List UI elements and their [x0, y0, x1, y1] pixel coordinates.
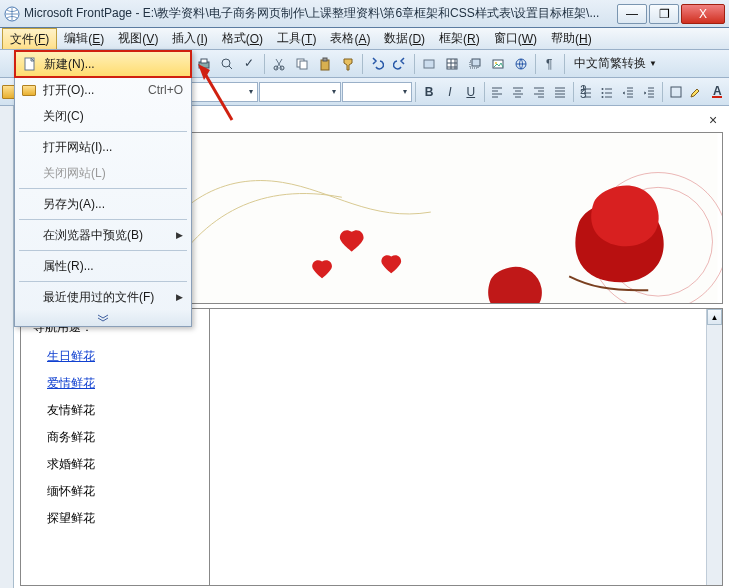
italic-button[interactable]: I — [440, 81, 460, 103]
size-combo[interactable]: ▾ — [342, 82, 412, 102]
menu-expand-chevron[interactable] — [15, 310, 191, 326]
show-all-icon[interactable]: ¶ — [539, 53, 561, 75]
svg-text:3: 3 — [580, 87, 587, 99]
window-title: Microsoft FrontPage - E:\教学资料\电子商务网页制作\上… — [24, 5, 615, 22]
menu-view[interactable]: 视图(V) — [111, 28, 165, 49]
menu-new[interactable]: 新建(N)... — [14, 50, 192, 78]
menu-properties[interactable]: 属性(R)... — [15, 253, 191, 279]
menu-open-site[interactable]: 打开网站(I)... — [15, 134, 191, 160]
svg-point-5 — [274, 66, 278, 70]
menu-close-site: 关闭网站(L) — [15, 160, 191, 186]
left-gutter — [0, 106, 14, 588]
font-color-icon[interactable]: A — [707, 81, 727, 103]
outdent-icon[interactable] — [618, 81, 638, 103]
layer-icon[interactable] — [464, 53, 486, 75]
menu-help[interactable]: 帮助(H) — [544, 28, 599, 49]
web-component-icon[interactable] — [418, 53, 440, 75]
svg-rect-27 — [712, 96, 722, 98]
highlight-icon[interactable] — [686, 81, 706, 103]
svg-rect-14 — [472, 59, 480, 66]
nav-text-visit: 探望鲜花 — [47, 510, 183, 527]
vertical-scrollbar[interactable]: ▲ — [706, 309, 722, 585]
table-icon[interactable] — [441, 53, 463, 75]
svg-rect-25 — [671, 87, 681, 97]
svg-rect-8 — [300, 61, 307, 69]
nav-text-memorial: 缅怀鲜花 — [47, 483, 183, 500]
undo-icon[interactable] — [366, 53, 388, 75]
menu-file[interactable]: 文件(F) — [2, 28, 57, 49]
align-right-icon[interactable] — [529, 81, 549, 103]
nav-text-business: 商务鲜花 — [47, 429, 183, 446]
menu-recent-files[interactable]: 最近使用过的文件(F)▶ — [15, 284, 191, 310]
font-combo[interactable]: ▾ — [259, 82, 341, 102]
new-doc-icon — [22, 56, 38, 72]
menu-tools[interactable]: 工具(T) — [270, 28, 323, 49]
bold-button[interactable]: B — [419, 81, 439, 103]
svg-point-24 — [602, 96, 604, 98]
menu-window[interactable]: 窗口(W) — [487, 28, 544, 49]
nav-frame[interactable]: 导航用途： 生日鲜花 爱情鲜花 友情鲜花 商务鲜花 求婚鲜花 缅怀鲜花 探望鲜花 — [20, 308, 210, 586]
svg-point-22 — [602, 88, 604, 90]
underline-button[interactable]: U — [461, 81, 481, 103]
file-menu-dropdown: 新建(N)... 打开(O)... Ctrl+O 关闭(C) 打开网站(I)..… — [14, 50, 192, 327]
nav-text-friendship: 友情鲜花 — [47, 402, 183, 419]
menu-preview-browser[interactable]: 在浏览器中预览(B)▶ — [15, 222, 191, 248]
window-controls: — ❐ X — [615, 4, 725, 24]
paste-icon[interactable] — [314, 53, 336, 75]
hyperlink-icon[interactable] — [510, 53, 532, 75]
svg-point-23 — [602, 92, 604, 94]
indent-icon[interactable] — [639, 81, 659, 103]
main-frame[interactable]: ▲ — [210, 308, 723, 586]
close-button[interactable]: X — [681, 4, 725, 24]
app-icon — [4, 6, 20, 22]
minimize-button[interactable]: — — [617, 4, 647, 24]
svg-rect-10 — [323, 58, 327, 61]
borders-icon[interactable] — [666, 81, 686, 103]
nav-link-birthday[interactable]: 生日鲜花 — [47, 348, 183, 365]
align-center-icon[interactable] — [508, 81, 528, 103]
preview-icon[interactable] — [216, 53, 238, 75]
cn-convert-button[interactable]: 中文简繁转换 ▼ — [568, 53, 663, 75]
format-painter-icon[interactable] — [337, 53, 359, 75]
copy-icon[interactable] — [291, 53, 313, 75]
menu-table[interactable]: 表格(A) — [323, 28, 377, 49]
menu-data[interactable]: 数据(D) — [377, 28, 432, 49]
redo-icon[interactable] — [389, 53, 411, 75]
svg-text:✓: ✓ — [244, 57, 254, 70]
menu-format[interactable]: 格式(O) — [215, 28, 270, 49]
menubar: 文件(F) 编辑(E) 视图(V) 插入(I) 格式(O) 工具(T) 表格(A… — [0, 28, 729, 50]
menu-frame[interactable]: 框架(R) — [432, 28, 487, 49]
menu-open[interactable]: 打开(O)... Ctrl+O — [15, 77, 191, 103]
align-left-icon[interactable] — [488, 81, 508, 103]
menu-insert[interactable]: 插入(I) — [165, 28, 214, 49]
menu-edit[interactable]: 编辑(E) — [57, 28, 111, 49]
picture-icon[interactable] — [487, 53, 509, 75]
menu-close[interactable]: 关闭(C) — [15, 103, 191, 129]
nav-link-love[interactable]: 爱情鲜花 — [47, 375, 183, 392]
svg-text:¶: ¶ — [546, 57, 552, 71]
spellcheck-icon[interactable]: ✓ — [239, 53, 261, 75]
menu-save-as[interactable]: 另存为(A)... — [15, 191, 191, 217]
numbering-icon[interactable]: 123 — [577, 81, 597, 103]
doc-close-icon[interactable]: × — [705, 112, 721, 128]
svg-point-6 — [280, 66, 284, 70]
scroll-up-icon[interactable]: ▲ — [707, 309, 722, 325]
svg-point-3 — [222, 59, 230, 67]
svg-rect-2 — [201, 59, 207, 63]
print-icon[interactable] — [193, 53, 215, 75]
align-justify-icon[interactable] — [550, 81, 570, 103]
svg-rect-11 — [424, 60, 434, 68]
maximize-button[interactable]: ❐ — [649, 4, 679, 24]
bullets-icon[interactable] — [597, 81, 617, 103]
cut-icon[interactable] — [268, 53, 290, 75]
open-icon — [21, 82, 37, 98]
nav-text-proposal: 求婚鲜花 — [47, 456, 183, 473]
titlebar: Microsoft FrontPage - E:\教学资料\电子商务网页制作\上… — [0, 0, 729, 28]
